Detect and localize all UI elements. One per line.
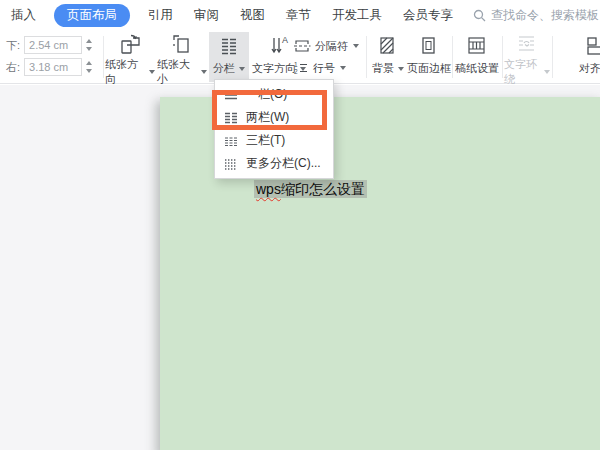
menu-item-more-columns[interactable]: 更多分栏(C)... (215, 152, 333, 175)
chevron-down-icon (239, 67, 245, 71)
columns-button[interactable]: 分栏 (209, 32, 249, 82)
menu-bar: 插入 页面布局 引用 审阅 视图 章节 开发工具 会员专享 查找命令、搜索模板 (0, 0, 600, 30)
columns-icon (218, 32, 240, 60)
two-columns-icon (224, 111, 238, 125)
manuscript-grid-icon (465, 32, 489, 60)
text-wrap-icon (515, 32, 539, 56)
tab-section[interactable]: 章节 (283, 4, 314, 27)
selected-text-misspelled: wps (256, 181, 281, 197)
search-input[interactable]: 查找命令、搜索模板 (473, 7, 599, 24)
margin-bottom-row: 下: (6, 36, 92, 54)
align-button[interactable]: 对齐 (560, 32, 600, 82)
tab-page-layout[interactable]: 页面布局 (54, 4, 130, 27)
page-border-label: 页面边框 (407, 61, 451, 76)
search-icon (473, 9, 486, 22)
separator-button[interactable]: 分隔符 (293, 37, 359, 55)
menu-item-label: 一栏(O) (246, 86, 287, 103)
selected-text[interactable]: wps缩印怎么设置 (254, 180, 367, 198)
background-button[interactable]: 背景 (370, 32, 406, 82)
background-icon (376, 32, 400, 60)
background-label: 背景 (372, 61, 394, 76)
tab-view[interactable]: 视图 (237, 4, 268, 27)
one-column-icon (224, 88, 238, 102)
paper-size-icon (170, 32, 194, 56)
menu-item-two-columns[interactable]: 两栏(W) (215, 106, 333, 129)
margin-bottom-stepper[interactable] (86, 39, 92, 51)
more-columns-icon (224, 157, 238, 171)
group-divider (502, 36, 503, 78)
text-wrap-label: 文字环绕 (504, 57, 540, 87)
chevron-down-icon (340, 66, 346, 70)
menu-item-three-columns[interactable]: 三栏(T) (215, 129, 333, 152)
svg-text:A: A (282, 35, 288, 45)
group-divider (103, 36, 104, 78)
menu-item-label: 两栏(W) (246, 109, 289, 126)
paper-size-label: 纸张大小 (157, 57, 197, 87)
svg-text:1: 1 (294, 61, 298, 68)
manuscript-settings-button[interactable]: 稿纸设置 (454, 32, 500, 82)
selected-text-rest: 缩印怎么设置 (281, 181, 365, 197)
line-number-button[interactable]: 1 2 行号 (293, 59, 346, 77)
menu-item-one-column[interactable]: 一栏(O) (215, 83, 333, 106)
margin-right-field[interactable] (24, 58, 82, 76)
tab-references[interactable]: 引用 (145, 4, 176, 27)
tab-member-exclusive[interactable]: 会员专享 (400, 4, 456, 27)
paper-orientation-button[interactable]: 纸张方向 (105, 32, 155, 82)
margin-bottom-field[interactable] (24, 36, 82, 54)
svg-text:2: 2 (294, 68, 298, 75)
chevron-down-icon (398, 67, 404, 71)
margin-bottom-label: 下: (6, 38, 20, 53)
line-number-label: 行号 (313, 61, 335, 76)
group-divider (552, 36, 553, 78)
columns-dropdown-menu: 一栏(O) 两栏(W) 三栏(T) 更多分栏(C)... (214, 79, 334, 179)
line-number-icon: 1 2 (293, 61, 309, 75)
chevron-down-icon (353, 44, 359, 48)
margin-right-row: 右: (6, 58, 92, 76)
group-divider (452, 36, 453, 78)
tab-dev-tools[interactable]: 开发工具 (329, 4, 385, 27)
three-columns-icon (224, 134, 238, 148)
chevron-down-icon (201, 70, 207, 74)
margin-right-stepper[interactable] (86, 61, 92, 73)
page-border-button[interactable]: 页面边框 (406, 32, 452, 82)
menu-item-label: 三栏(T) (246, 132, 285, 149)
text-direction-icon: A (267, 32, 291, 60)
chevron-down-icon (149, 70, 155, 74)
menu-item-label: 更多分栏(C)... (246, 155, 321, 172)
page-border-icon (417, 32, 441, 60)
text-direction-label: 文字方向 (252, 61, 296, 76)
search-placeholder: 查找命令、搜索模板 (491, 7, 599, 24)
group-divider (366, 36, 367, 78)
paper-orientation-icon (118, 32, 142, 56)
separator-icon (293, 39, 311, 53)
align-label: 对齐 (579, 61, 600, 76)
tab-insert[interactable]: 插入 (8, 4, 39, 27)
ribbon-page-layout: 下: 右: 纸张方向 纸张大小 (0, 30, 600, 84)
align-icon (583, 32, 600, 60)
text-wrap-button: 文字环绕 (504, 32, 550, 82)
manuscript-settings-label: 稿纸设置 (455, 61, 499, 76)
separator-label: 分隔符 (315, 39, 348, 54)
chevron-down-icon (544, 70, 550, 74)
margin-right-label: 右: (6, 60, 20, 75)
columns-label: 分栏 (213, 61, 235, 76)
tab-review[interactable]: 审阅 (191, 4, 222, 27)
paper-size-button[interactable]: 纸张大小 (157, 32, 207, 82)
paper-orientation-label: 纸张方向 (105, 57, 145, 87)
